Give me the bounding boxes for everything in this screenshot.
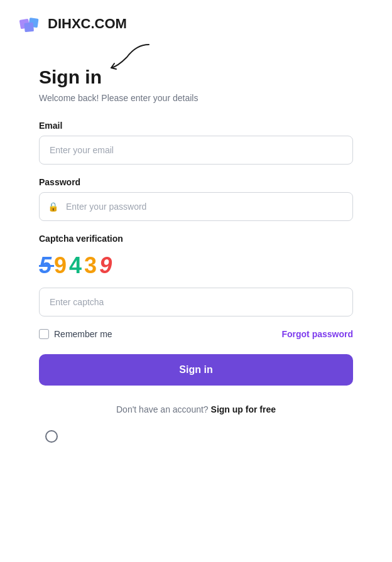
sign-in-button[interactable]: Sign in [39, 354, 353, 386]
captcha-circle-decoration [45, 430, 58, 443]
signup-link[interactable]: Sign up for free [211, 404, 276, 414]
logo-text: DIHXC.COM [48, 16, 127, 32]
captcha-input-wrapper [39, 288, 353, 316]
forgot-password-link[interactable]: Forgot password [281, 329, 353, 339]
password-input[interactable] [39, 192, 353, 221]
password-input-wrapper: 🔒 [39, 192, 353, 221]
captcha-display: 59439 [39, 252, 114, 279]
captcha-char-1: 5 [39, 252, 54, 278]
email-label: Email [39, 121, 353, 131]
captcha-label: Captcha verification [39, 234, 353, 244]
captcha-char-2: 9 [54, 252, 69, 278]
svg-rect-2 [24, 23, 34, 33]
password-field-group: Password 🔒 [39, 177, 353, 221]
arrow-decoration [105, 41, 155, 73]
captcha-image: 59439 [39, 250, 353, 281]
email-field-group: Email [39, 121, 353, 165]
email-input-wrapper [39, 136, 353, 165]
sign-in-title: Sign in [39, 67, 353, 88]
signup-prompt: Don't have an account? [116, 404, 209, 414]
logo-icon [19, 13, 41, 35]
remember-label: Remember me [54, 329, 112, 339]
captcha-input[interactable] [39, 288, 353, 316]
email-input[interactable] [39, 136, 353, 165]
captcha-char-3: 4 [69, 252, 84, 278]
form-section: Sign in Welcome back! Please enter your … [8, 48, 384, 440]
captcha-char-4: 3 [84, 252, 99, 278]
subtitle: Welcome back! Please enter your details [39, 93, 353, 103]
options-row: Remember me Forgot password [39, 329, 353, 339]
remember-me-checkbox[interactable] [39, 329, 49, 339]
page-container: DIHXC.COM Sign in Welcome back! Please e… [0, 0, 392, 562]
remember-me-label[interactable]: Remember me [39, 329, 112, 339]
password-label: Password [39, 177, 353, 187]
signup-row: Don't have an account? Sign up for free [39, 404, 353, 414]
captcha-section: Captcha verification 59439 [39, 234, 353, 316]
captcha-char-5: 9 [99, 252, 114, 278]
header: DIHXC.COM [0, 0, 392, 48]
